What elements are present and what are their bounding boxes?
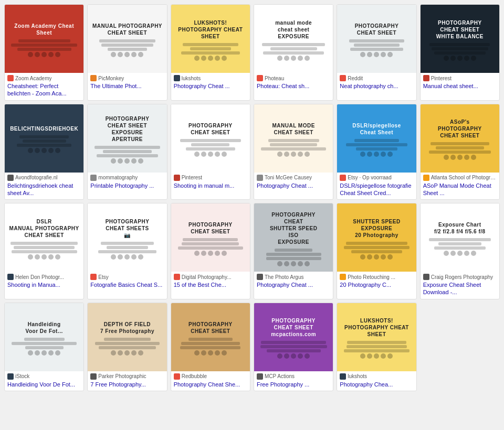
item-title[interactable]: 7 Free Photography...: [90, 381, 164, 388]
item-info: Toni McGee CauseyPhotography Cheat ...: [254, 173, 333, 192]
thumbnail-image: LUKSHOTS! PHOTOGRAPHY CHEAT SHEET: [171, 5, 250, 73]
source-row: Parker Photographic: [90, 373, 164, 380]
thumbnail-image: PHOTOGRAPHY CHEAT SHEET: [171, 203, 250, 272]
item-title[interactable]: Shooting in manual m...: [174, 182, 247, 189]
thumbnail-image: PHOTOGRAPHY CHEAT SHUTTER SPEED ISO EXPO…: [254, 203, 333, 272]
gallery-item[interactable]: DSLR/spiegellose Cheat SheetEtsy · Op vo…: [337, 104, 416, 200]
item-info: MCP ActionsFree Photography ...: [254, 371, 333, 391]
source-row: Atlanta School of Photography · Op vo...: [423, 175, 497, 181]
source-icon: [340, 75, 346, 81]
source-name: Atlanta School of Photography · Op vo...: [431, 175, 497, 180]
item-title[interactable]: 20 Photography C...: [340, 281, 413, 288]
item-info: mommatographyPrintable Photography ...: [88, 173, 166, 192]
item-title[interactable]: Handleiding Voor De Fot...: [7, 381, 81, 388]
gallery-item[interactable]: LUKSHOTS! PHOTOGRAPHY CHEAT SHEETlukshot…: [171, 4, 250, 101]
thumbnail-image: PHOTOGRAPHY CHEAT SHEETS 📷: [88, 203, 166, 272]
item-title[interactable]: Photography Cheat ...: [257, 182, 330, 189]
item-title[interactable]: Manual cheat sheet...: [423, 82, 497, 90]
source-icon: [340, 373, 346, 380]
gallery-item[interactable]: PHOTOGRAPHY CHEAT SHUTTER SPEED ISO EXPO…: [254, 203, 333, 299]
item-title[interactable]: 15 of the Best Che...: [174, 281, 247, 288]
source-icon: [7, 175, 14, 181]
gallery-item[interactable]: DSLR MANUAL PHOTOGRAPHY CHEAT SHEETHelen…: [4, 203, 84, 299]
item-title[interactable]: DSLR/spiegellose fotografie Cheat Sheet …: [340, 182, 413, 197]
item-info: Etsy · Op voorraadDSLR/spiegellose fotog…: [337, 173, 416, 200]
thumbnail-image: PHOTOGRAPHY CHEAT SHEET: [171, 104, 250, 173]
source-name: Toni McGee Causey: [265, 175, 312, 180]
gallery-item[interactable]: Exposure Chart f/2 f/2.8 f/4 f/5.6 f/8Cr…: [420, 203, 500, 299]
source-icon: [257, 75, 263, 81]
item-title[interactable]: Photeau: Cheat sh...: [257, 82, 330, 90]
source-name: Craig Rogers Photography: [431, 274, 493, 280]
source-icon: [257, 175, 263, 181]
source-icon: [340, 274, 346, 280]
gallery-item[interactable]: PHOTOGRAPHY CHEAT SHEET WHITE BALANCEPin…: [420, 4, 500, 101]
source-row: Etsy · Op voorraad: [340, 175, 413, 181]
thumbnail-image: LUKSHOTS! PHOTOGRAPHY CHEAT SHEET: [337, 303, 416, 371]
thumbnail-image: DSLR/spiegellose Cheat Sheet: [337, 104, 416, 173]
item-title[interactable]: Photography Cheat ...: [257, 281, 330, 288]
source-icon: [423, 175, 429, 181]
gallery-item[interactable]: SHUTTER SPEED EXPOSURE 20 PhotographyPho…: [337, 203, 416, 299]
item-title[interactable]: Photography Chea...: [340, 381, 413, 388]
source-name: lukshots: [348, 373, 367, 379]
source-row: Helen Don Photogr...: [7, 274, 81, 280]
gallery-item[interactable]: BELICHTINGSDRIEHOEKAvondfotografie.nlBel…: [4, 104, 84, 200]
item-title[interactable]: Shooting in Manua...: [7, 281, 81, 288]
source-row: Photeau: [257, 75, 330, 81]
gallery-item[interactable]: MANUAL MODE CHEAT SHEETToni McGee Causey…: [254, 104, 333, 200]
source-icon: [90, 373, 97, 380]
item-title[interactable]: Fotografie Basics Cheat S...: [90, 281, 164, 288]
source-name: Parker Photographic: [98, 373, 146, 379]
source-row: Pinterest: [423, 75, 497, 81]
source-name: Avondfotografie.nl: [15, 175, 57, 180]
gallery-item[interactable]: PHOTOGRAPHY CHEAT SHEETS 📷EtsyFotografie…: [87, 203, 167, 299]
item-title[interactable]: Neat photography ch...: [340, 82, 413, 90]
gallery-item[interactable]: LUKSHOTS! PHOTOGRAPHY CHEAT SHEETlukshot…: [337, 303, 416, 391]
thumbnail-image: PHOTOGRAPHY CHEAT SHEET: [337, 5, 416, 73]
thumbnail-image: MANUAL MODE CHEAT SHEET: [254, 104, 333, 173]
gallery-item[interactable]: manual mode cheat sheet EXPOSUREPhoteauP…: [254, 4, 333, 101]
gallery-item[interactable]: Handleiding Voor De Fot...iStockHandleid…: [4, 303, 84, 391]
item-info: PicMonkeyThe Ultimate Phot...: [88, 73, 166, 92]
item-title[interactable]: Exposure Cheat Sheet Download -...: [423, 281, 497, 296]
source-name: Photeau: [265, 76, 284, 81]
gallery-item[interactable]: MANUAL PHOTOGRAPHY CHEAT SHEETPicMonkeyT…: [87, 4, 167, 101]
gallery-item[interactable]: ASoP's PHOTOGRAPHY CHEAT SHEETAtlanta Sc…: [420, 104, 500, 200]
item-title[interactable]: Belichtingsdriehoek cheat sheet Av...: [7, 182, 81, 197]
source-name: Photo Retouching ...: [348, 274, 395, 280]
source-row: lukshots: [174, 75, 247, 81]
thumbnail-image: SHUTTER SPEED EXPOSURE 20 Photography: [337, 203, 416, 272]
gallery-item[interactable]: DEPTH OF FIELD 7 Free PhotographyParker …: [87, 303, 167, 391]
item-title[interactable]: Photography Cheat ...: [174, 82, 247, 90]
gallery-item[interactable]: PHOTOGRAPHY CHEAT SHEETRedditNeat photog…: [337, 4, 416, 101]
gallery-item[interactable]: PHOTOGRAPHY CHEAT SHEET mcpactions.comMC…: [254, 303, 333, 391]
gallery-item[interactable]: PHOTOGRAPHY CHEAT SHEETRedbubblePhotogra…: [171, 303, 250, 391]
thumbnail-image: PHOTOGRAPHY CHEAT SHEET mcpactions.com: [254, 303, 333, 371]
source-row: Reddit: [340, 75, 413, 81]
item-title[interactable]: Cheatsheet: Perfect belichten - Zoom Aca…: [7, 82, 81, 98]
source-name: Zoom Academy: [15, 76, 51, 81]
source-row: Toni McGee Causey: [257, 175, 330, 181]
gallery-item[interactable]: PHOTOGRAPHY CHEAT SHEETDigital Photograp…: [171, 203, 250, 299]
source-icon: [423, 274, 429, 280]
item-title[interactable]: Free Photography ...: [257, 381, 330, 388]
item-info: Zoom AcademyCheatsheet: Perfect belichte…: [5, 73, 83, 100]
source-name: Reddit: [348, 76, 363, 81]
source-name: Helen Don Photogr...: [15, 274, 64, 280]
thumbnail-image: BELICHTINGSDRIEHOEK: [5, 104, 83, 173]
thumbnail-image: PHOTOGRAPHY CHEAT SHEET WHITE BALANCE: [421, 5, 499, 73]
source-row: MCP Actions: [257, 373, 330, 380]
thumbnail-image: Exposure Chart f/2 f/2.8 f/4 f/5.6 f/8: [421, 203, 499, 272]
gallery-item[interactable]: Zoom Academy Cheat SheetZoom AcademyChea…: [4, 4, 84, 101]
source-row: iStock: [7, 373, 81, 380]
item-title[interactable]: ASoP Manual Mode Cheat Sheet ...: [423, 182, 497, 197]
item-title[interactable]: Printable Photography ...: [90, 182, 164, 189]
source-icon: [423, 75, 429, 81]
thumbnail-image: manual mode cheat sheet EXPOSURE: [254, 5, 333, 73]
item-title[interactable]: Photography Cheat She...: [174, 381, 247, 388]
gallery-item[interactable]: PHOTOGRAPHY CHEAT SHEET EXPOSURE APERTUR…: [87, 104, 167, 200]
gallery-item[interactable]: PHOTOGRAPHY CHEAT SHEETPinterestShooting…: [171, 104, 250, 200]
item-info: PinterestShooting in manual m...: [171, 173, 250, 192]
item-title[interactable]: The Ultimate Phot...: [90, 82, 164, 90]
